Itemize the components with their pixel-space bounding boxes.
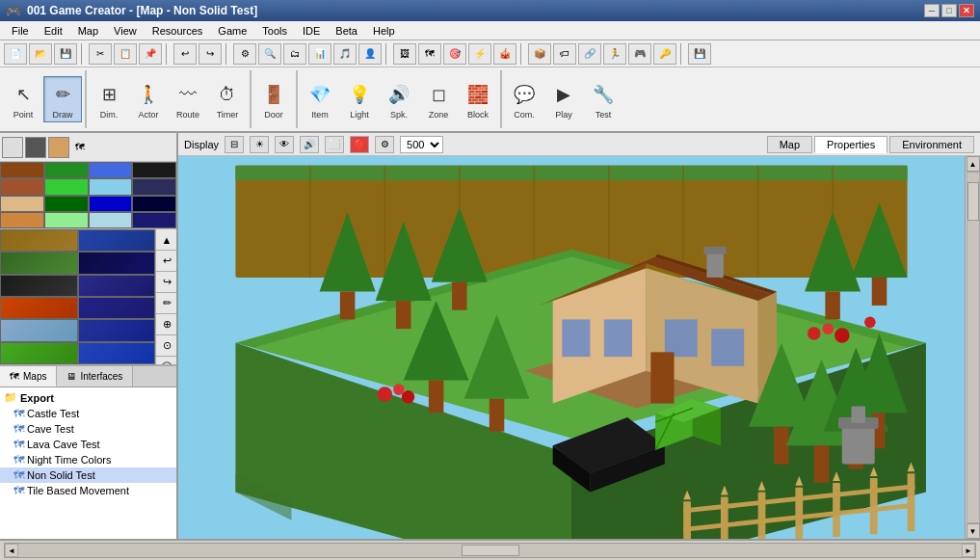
tb-btn-10[interactable]: ⚡ [468,43,491,65]
tab-maps[interactable]: 🗺 Maps [0,366,57,387]
tool-light[interactable]: 💡 Light [340,76,379,122]
map-viewport[interactable] [178,156,965,539]
scroll-up-button[interactable]: ▲ [967,156,980,172]
scroll-down-button[interactable]: ▼ [967,523,980,539]
tree-root[interactable]: 📁 Export [0,389,176,406]
tree-item-non-solid-test[interactable]: 🗺 Non Solid Test [0,467,176,483]
tb-btn-18[interactable]: 💾 [688,43,711,65]
tb-btn-9[interactable]: 🎯 [443,43,466,65]
open-button[interactable]: 📂 [29,43,52,65]
tb-btn-4[interactable]: 📊 [308,43,331,65]
menu-item-edit[interactable]: Edit [37,23,70,39]
display-toggle-3[interactable]: 👁 [275,136,294,153]
palette-color-0[interactable] [0,162,44,178]
tool-route[interactable]: 〰 Route [169,76,207,122]
new-button[interactable]: 📄 [4,43,27,65]
horizontal-scrollbar[interactable]: ◄ ► [4,543,976,558]
tool-timer[interactable]: ⏱ Timer [208,76,247,122]
tile-tool-4[interactable]: ⊕ [156,314,176,335]
palette-color-15[interactable] [132,212,176,228]
palette-color-3[interactable] [132,162,176,178]
tab-environment[interactable]: Environment [889,136,974,153]
display-toggle-2[interactable]: ☀ [250,136,269,153]
tool-door[interactable]: 🚪 Door [254,76,293,122]
menu-item-file[interactable]: File [4,23,37,39]
copy-button[interactable]: 📋 [114,43,137,65]
tool-block[interactable]: 🧱 Block [459,76,497,122]
tb-btn-14[interactable]: 🔗 [578,43,601,65]
tool-zone[interactable]: ◻ Zone [419,76,458,122]
palette-color-9[interactable] [44,196,89,212]
redo-button[interactable]: ↪ [199,43,222,65]
maximize-button[interactable]: □ [941,4,957,17]
undo-button[interactable]: ↩ [173,43,197,65]
scroll-thumb[interactable] [967,182,979,221]
palette-color-1[interactable] [44,162,89,178]
save-button[interactable]: 💾 [54,43,77,65]
menu-item-resources[interactable]: Resources [145,23,211,39]
tb-btn-17[interactable]: 🔑 [653,43,676,65]
menu-item-game[interactable]: Game [210,23,254,39]
tb-btn-3[interactable]: 🗂 [283,43,306,65]
palette-color-5[interactable] [44,178,89,195]
tab-interfaces[interactable]: 🖥 Interfaces [57,366,133,387]
tile-tool-3[interactable]: ✏ [156,293,176,314]
tile-scroll-up[interactable]: ▲ [156,229,176,251]
palette-color-7[interactable] [132,178,176,195]
scroll-track[interactable] [967,172,980,523]
tab-properties[interactable]: Properties [814,136,887,153]
tile-tool-5[interactable]: ⊙ [156,335,176,357]
tb-btn-13[interactable]: 🏷 [553,43,576,65]
display-toggle-5[interactable]: ⬜ [325,136,344,153]
palette-swatch-1[interactable] [2,137,23,158]
tool-actor[interactable]: 🚶 Actor [129,76,168,122]
close-button[interactable]: ✕ [959,4,974,17]
paste-button[interactable]: 📌 [139,43,162,65]
palette-color-2[interactable] [89,162,133,178]
hscroll-track[interactable] [18,544,962,557]
menu-item-beta[interactable]: Beta [328,23,365,39]
tool-test[interactable]: 🔧 Test [584,76,622,122]
tool-draw[interactable]: ✏ Draw [43,76,82,122]
tile-tool-2[interactable]: ↪ [156,272,176,293]
hscroll-left-button[interactable]: ◄ [5,544,18,557]
tree-item-lava-cave-test[interactable]: 🗺 Lava Cave Test [0,437,176,452]
tab-map[interactable]: Map [767,136,812,153]
palette-color-4[interactable] [0,178,44,195]
tool-play[interactable]: ▶ Play [544,76,583,122]
palette-color-10[interactable] [89,196,133,212]
tool-dim[interactable]: ⊞ Dim. [90,76,128,122]
menu-item-help[interactable]: Help [365,23,403,39]
palette-color-13[interactable] [44,212,89,228]
tb-btn-2[interactable]: 🔍 [258,43,281,65]
palette-color-11[interactable] [132,196,176,212]
menu-item-view[interactable]: View [106,23,145,39]
palette-color-12[interactable] [0,212,44,228]
hscroll-right-button[interactable]: ► [962,544,975,557]
menu-item-tools[interactable]: Tools [254,23,295,39]
tb-btn-11[interactable]: 🎪 [493,43,516,65]
tb-btn-5[interactable]: 🎵 [333,43,357,65]
tb-btn-1[interactable]: ⚙ [233,43,256,65]
hscroll-thumb[interactable] [462,545,519,556]
tile-tool-6[interactable]: ◯ [156,357,176,365]
tile-tool-1[interactable]: ↩ [156,251,176,272]
palette-swatch-3[interactable] [48,137,69,158]
tb-btn-7[interactable]: 🖼 [393,43,416,65]
zoom-select[interactable]: 500 400 300 200 100 [400,136,443,153]
tool-spk[interactable]: 🔊 Spk. [380,76,418,122]
display-toggle-4[interactable]: 🔊 [300,136,319,153]
tb-btn-12[interactable]: 📦 [528,43,551,65]
tool-item[interactable]: 💎 Item [301,76,339,122]
tb-btn-16[interactable]: 🎮 [628,43,651,65]
display-toggle-7[interactable]: ⚙ [375,136,394,153]
menu-item-map[interactable]: Map [70,23,106,39]
minimize-button[interactable]: ─ [924,4,940,17]
display-toggle-6[interactable]: 🔴 [350,136,369,153]
tool-point[interactable]: ↖ Point [4,76,42,122]
palette-color-6[interactable] [89,178,133,195]
tb-btn-6[interactable]: 👤 [358,43,382,65]
menu-item-ide[interactable]: IDE [295,23,328,39]
palette-color-14[interactable] [89,212,133,228]
tree-item-castle-test[interactable]: 🗺 Castle Test [0,406,176,421]
